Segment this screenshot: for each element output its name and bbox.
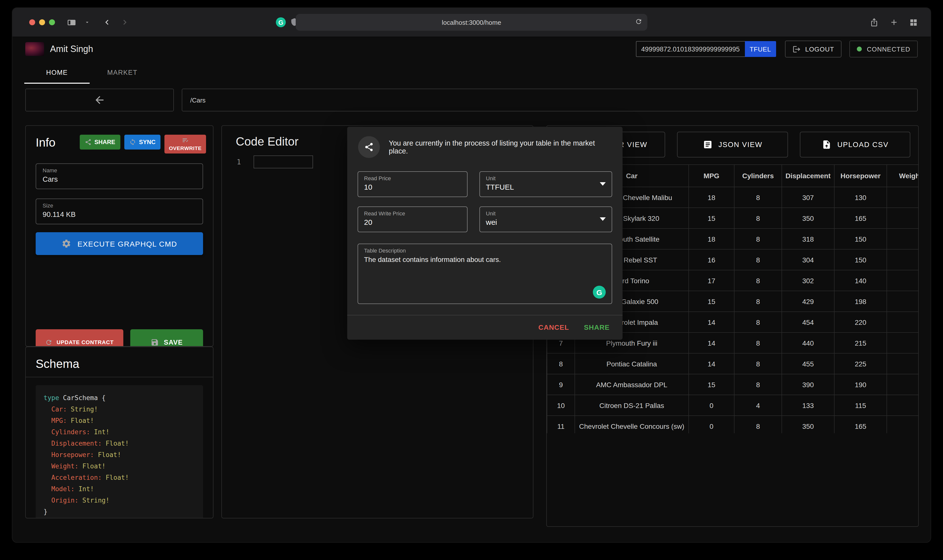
sync-button[interactable]: SYNC [124, 135, 160, 149]
new-tab-icon[interactable] [889, 18, 898, 27]
schema-code-line: Model: Int! [44, 483, 195, 495]
grammarly-badge-icon[interactable]: G [593, 286, 606, 298]
tab-overview-icon[interactable] [909, 18, 918, 26]
tab-market[interactable]: MARKET [90, 61, 155, 84]
overwrite-button[interactable]: OVERWRITE [165, 135, 206, 154]
save-button-label: SAVE [164, 338, 183, 346]
info-panel: Info SHARE SYNC [25, 125, 214, 346]
modal-share-button[interactable]: SHARE [584, 323, 610, 331]
size-field[interactable]: Size 90.114 KB [35, 198, 203, 224]
execute-graphql-button[interactable]: EXECUTE GRAPHQL CMD [35, 232, 203, 255]
close-window-button[interactable] [29, 19, 35, 25]
breadcrumb-path-field[interactable]: /Cars [182, 89, 918, 111]
read-write-price-label: Read Write Price [364, 211, 461, 216]
cell-weight [887, 395, 918, 416]
cell-mpg: 16 [689, 249, 734, 270]
read-write-price-field[interactable]: Read Write Price 20 [358, 206, 468, 232]
cell-cylinders: 8 [734, 229, 782, 249]
cell-mpg: 15 [689, 374, 734, 395]
cell-car: AMC Ambassador DPL [575, 374, 689, 395]
grammarly-extension-icon[interactable]: G [276, 17, 286, 27]
cell-cylinders: 8 [734, 374, 782, 395]
schema-code: type CarSchema { Car: String! MPG: Float… [35, 385, 203, 518]
upload-csv-button[interactable]: UPLOAD CSV [800, 132, 910, 157]
cell-horsepower: 150 [834, 229, 887, 249]
address-bar[interactable]: localhost:3000/home [296, 14, 647, 31]
schema-code-line: Car: String! [44, 403, 195, 415]
cell-horsepower: 150 [834, 249, 887, 270]
table-row: 10Citroen DS-21 Pallas04133115 [547, 395, 918, 416]
share-icon-button[interactable] [358, 136, 380, 158]
cell-horsepower: 198 [834, 291, 887, 312]
cell-cylinders: 8 [734, 249, 782, 270]
name-field[interactable]: Name Cars [35, 163, 203, 189]
app-header: Amit Singh 49999872.010183999999999995 T… [12, 37, 931, 61]
window-controls [29, 19, 55, 25]
save-button[interactable]: SAVE [130, 329, 203, 346]
cell-weight [887, 229, 918, 249]
back-button[interactable] [102, 17, 112, 27]
editor-input[interactable] [254, 155, 313, 168]
balance-field[interactable]: 49999872.010183999999999995 [636, 41, 745, 57]
file-upload-icon [821, 140, 831, 149]
cell-displacement: 350 [782, 416, 834, 433]
cell-horsepower: 130 [834, 187, 887, 208]
sidebar-toggle-icon[interactable] [67, 18, 76, 27]
size-field-label: Size [43, 203, 196, 208]
cell-displacement: 318 [782, 229, 834, 249]
share-page-icon[interactable] [870, 18, 878, 27]
table-row: 9AMC Ambassador DPL158390190 [547, 374, 918, 395]
dropdown-caret-icon [600, 217, 606, 221]
currency-badge[interactable]: TFUEL [745, 41, 776, 57]
cell-weight [887, 249, 918, 270]
cell-horsepower: 165 [834, 208, 887, 229]
cell-displacement: 440 [782, 332, 834, 353]
unit-select-2[interactable]: Unit wei [479, 206, 612, 232]
size-field-value: 90.114 KB [43, 211, 196, 218]
schema-code-line: Weight: Float! [44, 460, 195, 472]
cell-cylinders: 8 [734, 291, 782, 312]
schema-code-line: Origin: String! [44, 495, 195, 506]
json-view-button[interactable]: JSON VIEW [677, 132, 788, 157]
page: G localhost:3000/home [0, 0, 943, 560]
table-description-field[interactable]: Table Description The dataset contains i… [358, 244, 612, 304]
breadcrumb-back-button[interactable] [25, 89, 174, 111]
cancel-button[interactable]: CANCEL [538, 323, 569, 331]
cell-displacement: 429 [782, 291, 834, 312]
cell-cylinders: 8 [734, 353, 782, 374]
table-row: 8Pontiac Catalina148455225 [547, 353, 918, 374]
read-price-field[interactable]: Read Price 10 [358, 171, 468, 197]
cell-cylinders: 8 [734, 332, 782, 353]
unit-select-1[interactable]: Unit TTFUEL [479, 171, 612, 197]
cell-mpg: 15 [689, 291, 734, 312]
cell-mpg: 0 [689, 416, 734, 433]
name-field-value: Cars [43, 175, 196, 183]
document-icon [703, 140, 712, 149]
cell-cylinders: 8 [734, 208, 782, 229]
table-description-value: The dataset contains information about c… [364, 255, 606, 263]
cell-weight [887, 416, 918, 433]
user-name: Amit Singh [50, 44, 93, 54]
cell-mpg: 0 [689, 395, 734, 416]
share-button[interactable]: SHARE [80, 135, 120, 149]
logout-button[interactable]: LOGOUT [785, 41, 842, 57]
minimize-window-button[interactable] [39, 19, 45, 25]
reload-icon[interactable] [635, 18, 642, 25]
read-price-label: Read Price [364, 175, 461, 181]
update-contract-button[interactable]: UPDATE CONTRACT [35, 329, 123, 346]
zoom-window-button[interactable] [49, 19, 55, 25]
chevron-down-icon[interactable] [84, 19, 90, 25]
cell-weight [887, 332, 918, 353]
share-button-label: SHARE [94, 138, 115, 146]
avatar [25, 42, 44, 56]
cell-cylinders: 8 [734, 270, 782, 291]
cell-cylinders: 8 [734, 416, 782, 433]
col-horsepower: Horsepower [834, 165, 887, 187]
forward-button[interactable] [120, 17, 130, 27]
schema-code-line: Horsepower: Float! [44, 449, 195, 460]
read-write-price-value: 20 [364, 218, 461, 226]
tab-home[interactable]: HOME [24, 61, 90, 84]
arrow-back-icon [94, 94, 106, 106]
cell-displacement: 455 [782, 353, 834, 374]
nav-tabs: HOME MARKET [12, 61, 931, 84]
